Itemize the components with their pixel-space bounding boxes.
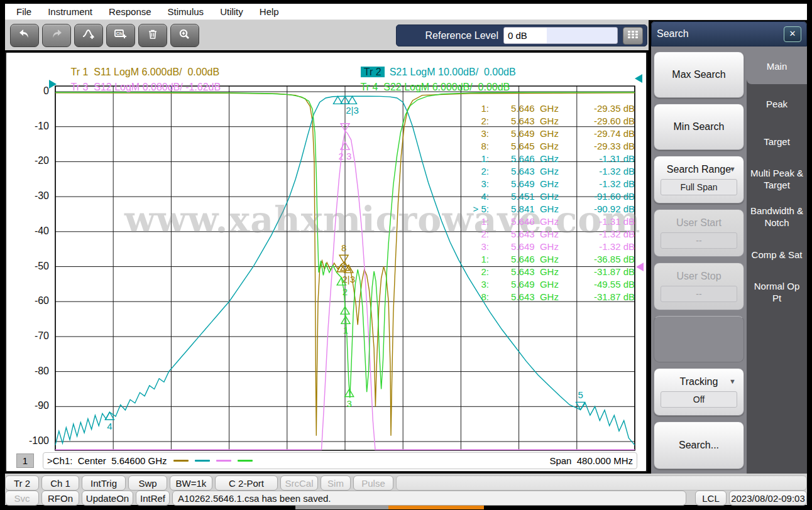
redo-icon xyxy=(49,28,64,43)
user-start-button[interactable]: User Start -- xyxy=(654,209,744,257)
undo-button[interactable] xyxy=(10,24,39,47)
menu-utility[interactable]: Utility xyxy=(220,6,243,17)
marker-table-row: 8:5.645 GHz-29.33 dB xyxy=(465,140,635,153)
marker-table-row: 3:5.649 GHz-1.32 dB xyxy=(465,241,635,253)
marker-table-row: 1:5.646 GHz-1.31 dB xyxy=(465,153,635,165)
status-message: A10262.5646.1.csa has been saved. xyxy=(172,491,686,506)
trash-icon xyxy=(145,28,160,43)
tracking-value[interactable]: Off xyxy=(661,391,737,408)
add-channel-button[interactable]: Ch xyxy=(106,24,135,47)
add-channel-icon: Ch xyxy=(113,28,128,43)
max-search-button[interactable]: Max Search xyxy=(654,52,744,98)
y-tick-label: -10 xyxy=(19,121,49,132)
tab-comp-sat[interactable]: Comp & Sat xyxy=(747,236,807,273)
span-text: Span 480.000 MHz xyxy=(549,455,633,466)
trace-legend-4[interactable]: Tr 4 S22 LogM 6.000dB/ 0.00dB xyxy=(349,70,510,83)
tracking-button[interactable]: Tracking ▼ Off xyxy=(654,368,744,416)
marker-table-row: 2:5.643 GHz-1.32 dB xyxy=(465,228,635,241)
cal-2port-button[interactable]: C 2-Port xyxy=(215,475,278,491)
marker-table: 1:5.646 GHz-29.35 dB2:5.643 GHz-29.60 dB… xyxy=(465,102,635,303)
zoom-button[interactable] xyxy=(170,24,199,47)
close-icon: ✕ xyxy=(789,29,796,38)
app-window: File Instrument Response Stimulus Utilit… xyxy=(0,0,812,510)
status-row1-filler xyxy=(396,475,807,491)
search-range-button[interactable]: Search Range ▼ Full Span xyxy=(654,156,744,203)
search-panel-body: Max Search Min Search Search Range ▼ Ful… xyxy=(651,48,747,474)
sweep-button[interactable]: Swp xyxy=(128,475,167,491)
y-tick-label: -80 xyxy=(19,366,49,377)
svg-text:Ch: Ch xyxy=(116,31,122,36)
add-trace-button[interactable] xyxy=(74,24,103,47)
trace-select-button[interactable]: Tr 2 xyxy=(5,475,39,491)
search-panel-title: Search xyxy=(657,28,689,40)
srccal-button[interactable]: SrcCal xyxy=(280,475,318,491)
menu-stimulus[interactable]: Stimulus xyxy=(168,6,204,17)
menu-response[interactable]: Response xyxy=(109,6,151,17)
search-more-button[interactable]: Search... xyxy=(654,421,744,469)
search-panel: Search ✕ Max Search Min Search Search Ra… xyxy=(651,21,807,474)
marker-table-row: > 5:5.841 GHz-90.92 dB xyxy=(465,203,635,215)
zoom-icon xyxy=(177,28,192,43)
reference-level-panel: Reference Level 0 dB xyxy=(396,24,647,46)
tab-multi-peak-target[interactable]: Multi Peak & Target xyxy=(747,161,807,197)
bandwidth-button[interactable]: BW=1k xyxy=(170,475,212,491)
menu-file[interactable]: File xyxy=(16,6,31,17)
channel-badge[interactable]: 1 xyxy=(16,453,34,468)
sim-button[interactable]: Sim xyxy=(321,475,351,491)
tab-main[interactable]: Main xyxy=(747,48,807,84)
y-tick-label: -90 xyxy=(19,400,49,411)
search-panel-header: Search ✕ xyxy=(651,21,807,46)
tab-peak[interactable]: Peak xyxy=(747,85,807,122)
trace-legend-3[interactable]: Tr 3 S12 LogM 0.080dB/ -1.62dB xyxy=(60,70,221,83)
y-tick-label: -60 xyxy=(19,295,49,307)
reference-level-input[interactable]: 0 dB xyxy=(503,27,618,44)
taskbar-strip xyxy=(0,505,812,510)
marker-table-row: 2:5.643 GHz-1.32 dB xyxy=(465,165,635,178)
status-row-2: Svc RFOn UpdateOn IntRef A10262.5646.1.c… xyxy=(5,491,807,506)
marker-table-row: 3:5.649 GHz-49.55 dB xyxy=(465,278,635,291)
channel-bar: >Ch1: Center 5.64600 GHz Span 480.000 MH… xyxy=(43,452,637,469)
keypad-button[interactable] xyxy=(623,27,643,45)
delete-button[interactable] xyxy=(138,24,167,47)
taskbar-item[interactable] xyxy=(295,506,388,509)
taskbar-item-active[interactable] xyxy=(388,506,484,509)
trace-legend-1[interactable]: Tr 1 S11 LogM 6.000dB/ 0.00dB xyxy=(60,55,219,68)
trace1-dash xyxy=(173,460,189,462)
tab-target[interactable]: Target xyxy=(747,123,807,160)
datetime-display: 2023/08/02-09:03 xyxy=(729,491,807,506)
marker-table-row: 2:5.643 GHz-31.87 dB xyxy=(465,266,635,278)
pulse-button[interactable]: Pulse xyxy=(353,475,393,491)
tab-bandwidth-notch[interactable]: Bandwidth & Notch xyxy=(747,198,807,235)
lcl-button[interactable]: LCL xyxy=(695,491,727,506)
status-bar: Tr 2 Ch 1 IntTrig Swp BW=1k C 2-Port Src… xyxy=(5,474,807,505)
search-range-value[interactable]: Full Span xyxy=(661,179,737,195)
chevron-down-icon: ▼ xyxy=(729,165,736,173)
trigger-button[interactable]: IntTrig xyxy=(82,475,126,491)
marker-table-row: 1:5.646 GHz-36.85 dB xyxy=(465,253,635,266)
y-tick-label: -40 xyxy=(19,225,49,237)
user-stop-value: -- xyxy=(661,286,737,302)
user-stop-button[interactable]: User Stop -- xyxy=(654,263,744,310)
redo-button[interactable] xyxy=(42,24,71,47)
marker-table-row: 3:5.649 GHz-29.74 dB xyxy=(465,127,635,140)
empty-button-slot xyxy=(654,316,744,362)
y-tick-label: -20 xyxy=(19,155,49,166)
search-panel-tabs: Main Peak Target Multi Peak & Target Ban… xyxy=(747,48,807,474)
menu-help[interactable]: Help xyxy=(260,6,279,17)
channel-select-button[interactable]: Ch 1 xyxy=(41,475,79,491)
close-button[interactable]: ✕ xyxy=(784,26,801,42)
update-on-button[interactable]: UpdateOn xyxy=(82,491,133,506)
toolbar: Ch Reference Level 0 dB xyxy=(5,20,649,50)
min-search-button[interactable]: Min Search xyxy=(654,104,744,150)
trace-legend-2[interactable]: Tr 2S21 LogM 10.00dB/ 0.00dB xyxy=(349,55,516,68)
intref-button[interactable]: IntRef xyxy=(136,491,170,506)
marker-table-row: 4:5.451 GHz-91.60 dB xyxy=(465,190,635,203)
y-tick-label: -50 xyxy=(19,261,49,272)
tab-normal-op-pt[interactable]: Normal Op Pt xyxy=(747,274,807,310)
menu-instrument[interactable]: Instrument xyxy=(48,6,92,17)
trace4-dash xyxy=(238,460,253,462)
rf-on-button[interactable]: RFOn xyxy=(41,491,79,506)
y-tick-label: -70 xyxy=(19,330,49,342)
svc-button[interactable]: Svc xyxy=(5,491,39,506)
user-start-value: -- xyxy=(661,232,737,249)
